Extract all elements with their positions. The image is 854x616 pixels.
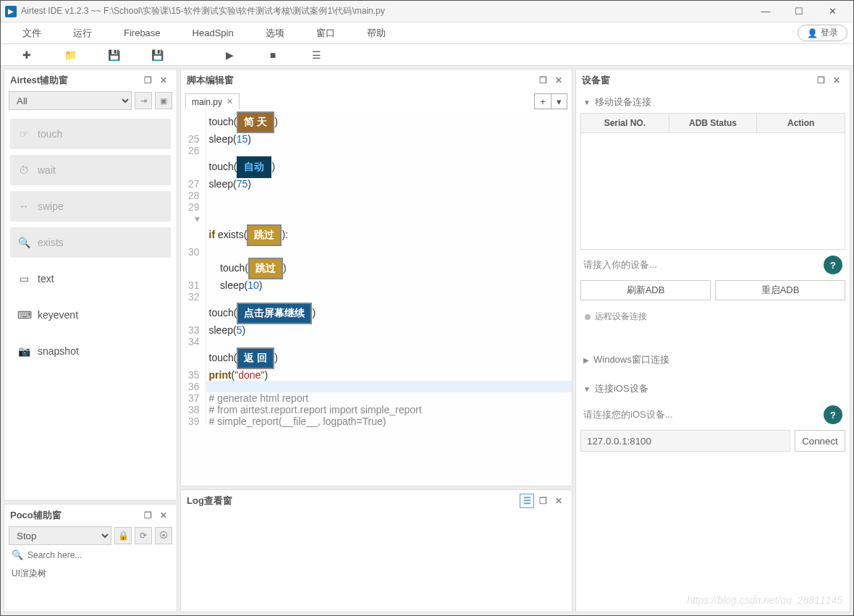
tab-close-icon[interactable]: ✕ [227, 97, 233, 106]
new-button[interactable]: ✚ [5, 44, 48, 66]
poco-refresh-button[interactable]: ⟳ [135, 527, 152, 544]
report-button[interactable]: ☰ [295, 44, 338, 66]
restart-adb-button[interactable]: 重启ADB [715, 280, 845, 300]
poco-popout-icon[interactable]: ❐ [140, 508, 155, 523]
login-button[interactable]: 👤 登录 [798, 25, 847, 41]
menu-run[interactable]: 运行 [57, 22, 108, 44]
tool-wait[interactable]: ⏱wait [10, 155, 171, 185]
left-panel-title: Airtest辅助窗 [10, 74, 68, 87]
tool-list: ☞touch⏱wait↔swipe🔍exists▭text⌨keyevent📷s… [4, 114, 177, 374]
section-windows[interactable]: ▶ Windows窗口连接 [576, 349, 850, 371]
titlebar: ▶ Airtest IDE v1.2.3 ~~ F:\School\实验课\15… [1, 1, 853, 22]
tool-swipe[interactable]: ↔swipe [10, 191, 171, 221]
menu-window[interactable]: 窗口 [300, 22, 351, 44]
filter-btn-b[interactable]: ▣ [155, 92, 172, 109]
poco-lock-button[interactable]: 🔒 [114, 527, 132, 544]
refresh-adb-button[interactable]: 刷新ADB [580, 280, 711, 300]
menu-file[interactable]: 文件 [7, 22, 57, 44]
device-popout-icon[interactable]: ❐ [813, 73, 828, 88]
device-panel-title: 设备窗 [582, 74, 610, 87]
tool-text[interactable]: ▭text [10, 263, 171, 294]
log-filter-icon[interactable]: ☰ [520, 494, 534, 508]
save-button[interactable]: 💾 [92, 44, 135, 66]
watermark: https://blog.csdn.net/qq_28811145 [687, 594, 842, 606]
open-button[interactable]: 📁 [48, 44, 92, 66]
tool-snapshot[interactable]: 📷snapshot [10, 336, 171, 366]
panel-close-icon[interactable]: ✕ [156, 73, 171, 88]
window-title: Airtest IDE v1.2.3 ~~ F:\School\实验课\15-软… [21, 5, 749, 17]
exists-icon: 🔍 [17, 237, 30, 248]
help-icon[interactable]: ? [824, 256, 842, 274]
file-tab-main[interactable]: main.py ✕ [185, 93, 240, 109]
run-button[interactable]: ▶ [208, 44, 251, 66]
maximize-button[interactable]: ☐ [782, 1, 816, 22]
filter-btn-a[interactable]: ⇥ [135, 92, 152, 109]
tool-filter-select[interactable]: All [9, 91, 132, 110]
ui-tree-label: UI渲染树 [4, 565, 177, 583]
device-table: Serial NO. ADB Status Action [580, 113, 845, 250]
help-icon[interactable]: ? [824, 405, 842, 424]
wait-icon: ⏱ [17, 164, 30, 176]
menu-help[interactable]: 帮助 [351, 22, 402, 44]
th-serial: Serial NO. [581, 114, 669, 132]
new-tab-button[interactable]: + [534, 93, 551, 109]
remote-status[interactable]: 远程设备连接 [576, 306, 850, 327]
chevron-down-icon: ▼ [583, 98, 591, 106]
tab-dropdown-button[interactable]: ▾ [551, 93, 567, 109]
user-icon: 👤 [807, 28, 818, 38]
menubar: 文件 运行 Firebase HeadSpin 选项 窗口 帮助 👤 登录 [1, 22, 853, 44]
poco-record-button[interactable]: ⦿ [155, 527, 172, 544]
ios-hint: 请连接您的iOS设备... [583, 408, 673, 421]
status-dot-icon [585, 314, 591, 320]
log-close-icon[interactable]: ✕ [551, 494, 566, 508]
tool-exists[interactable]: 🔍exists [10, 227, 171, 258]
ios-connect-button[interactable]: Connect [795, 430, 845, 452]
poco-close-icon[interactable]: ✕ [156, 508, 171, 523]
tool-touch[interactable]: ☞touch [10, 119, 171, 149]
editor-popout-icon[interactable]: ❐ [536, 73, 550, 88]
device-close-icon[interactable]: ✕ [829, 73, 844, 88]
menu-headspin[interactable]: HeadSpin [177, 22, 250, 44]
log-panel-title: Log查看窗 [187, 494, 232, 507]
text-icon: ▭ [17, 273, 30, 284]
menu-firebase[interactable]: Firebase [108, 22, 177, 44]
chevron-down-icon: ▼ [583, 385, 591, 393]
section-mobile[interactable]: ▼ 移动设备连接 [576, 91, 850, 113]
log-body [181, 512, 572, 612]
search-icon: 🔍 [12, 549, 23, 560]
keyevent-icon: ⌨ [17, 309, 30, 321]
chevron-right-icon: ▶ [583, 356, 589, 364]
app-icon: ▶ [5, 6, 17, 17]
editor-panel-title: 脚本编辑窗 [187, 74, 234, 87]
log-popout-icon[interactable]: ❐ [536, 494, 550, 508]
minimize-button[interactable]: — [749, 1, 782, 22]
toolbar: ✚ 📁 💾 💾 ▶ ■ ☰ [1, 44, 853, 66]
poco-search-input[interactable] [28, 550, 169, 560]
stop-button[interactable]: ■ [251, 44, 295, 66]
swipe-icon: ↔ [17, 201, 30, 212]
poco-panel-title: Poco辅助窗 [10, 509, 62, 522]
menu-options[interactable]: 选项 [250, 22, 300, 44]
device-hint: 请接入你的设备... [583, 258, 657, 271]
tool-keyevent[interactable]: ⌨keyevent [10, 300, 171, 330]
code-editor[interactable]: touch(简 天)25sleep(15)26 touch(自动)27sleep… [181, 111, 572, 486]
th-adb: ADB Status [669, 114, 758, 132]
snapshot-icon: 📷 [17, 345, 30, 357]
poco-mode-select[interactable]: Stop [9, 526, 111, 545]
editor-close-icon[interactable]: ✕ [551, 73, 566, 88]
close-button[interactable]: ✕ [816, 1, 849, 22]
ios-address-input[interactable] [580, 430, 790, 452]
touch-icon: ☞ [17, 128, 30, 140]
th-action: Action [757, 114, 845, 132]
save-all-button[interactable]: 💾 [135, 44, 179, 66]
section-ios[interactable]: ▼ 连接iOS设备 [576, 378, 850, 400]
panel-popout-icon[interactable]: ❐ [140, 73, 155, 88]
